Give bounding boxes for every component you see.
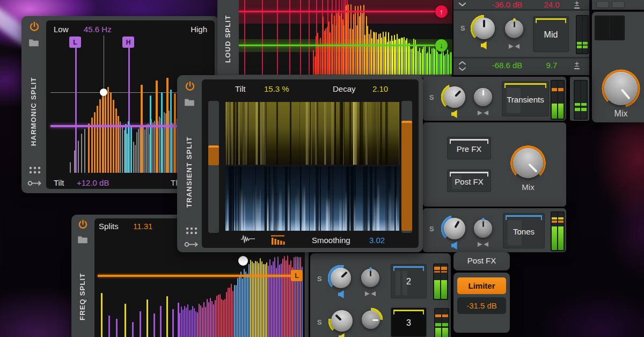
high-label: High bbox=[191, 25, 207, 34]
folder-icon[interactable] bbox=[77, 235, 88, 244]
speaker-icon-transients[interactable] bbox=[451, 110, 460, 118]
freq-low-flag[interactable]: L bbox=[291, 270, 303, 281]
high-flag[interactable]: H bbox=[122, 36, 134, 48]
histogram-mode-icon[interactable] bbox=[270, 235, 286, 245]
crosshair-handle[interactable] bbox=[100, 89, 107, 96]
waveform-mode-icon[interactable] bbox=[240, 234, 255, 245]
folder-icon[interactable] bbox=[28, 38, 39, 47]
pan-bowtie-icon bbox=[477, 241, 489, 247]
band-button-transients[interactable]: Transients bbox=[502, 81, 549, 116]
transient-split-device: TRANSIENT SPLIT Tilt 15.3 % Decay 2.10 S… bbox=[177, 75, 423, 252]
volume-knob-mid[interactable] bbox=[473, 18, 495, 39]
pan-knob-transients[interactable] bbox=[474, 88, 492, 106]
transient-tilt-value[interactable]: 15.3 % bbox=[264, 84, 289, 94]
splits-line[interactable] bbox=[98, 275, 302, 277]
header-button-2[interactable] bbox=[612, 1, 625, 8]
left-slider-handle[interactable] bbox=[208, 145, 219, 165]
mix-label: Mix bbox=[513, 182, 543, 192]
band-label-3: 3 bbox=[391, 318, 427, 328]
speaker-icon-tones[interactable] bbox=[451, 241, 460, 250]
output-mix-knob[interactable] bbox=[604, 72, 638, 105]
device-title-harmonic: HARMONIC SPLIT bbox=[29, 65, 38, 158]
loud-split-device: LOUD SPLIT ↑ ↓ bbox=[217, 0, 452, 78]
floor-value[interactable]: -68.6 dB bbox=[481, 61, 533, 70]
speaker-icon-band2[interactable] bbox=[338, 290, 347, 298]
splits-handle[interactable] bbox=[238, 256, 248, 266]
mix-knob[interactable] bbox=[513, 148, 543, 178]
low-value[interactable]: 45.6 Hz bbox=[84, 25, 112, 34]
loud-threshold-line[interactable] bbox=[239, 11, 445, 12]
band-button-3[interactable]: 3 bbox=[391, 307, 427, 337]
pan-bowtie-icon bbox=[477, 110, 489, 116]
splits-value[interactable]: 11.31 bbox=[133, 222, 152, 231]
output-header-row bbox=[592, 0, 644, 10]
pan-bowtie-icon bbox=[508, 43, 520, 49]
modulation-amount-icon[interactable]: ± bbox=[574, 60, 580, 69]
tones-band-row: S Tones bbox=[423, 208, 566, 252]
post-fx-label[interactable]: Post FX bbox=[453, 256, 510, 266]
solo-button-tones[interactable]: S bbox=[429, 225, 434, 233]
pan-knob-band3[interactable] bbox=[362, 311, 380, 329]
volume-knob-band2[interactable] bbox=[331, 268, 351, 288]
screenshot-root: HARMONIC SPLIT L H Low 45.6 Hz High Tilt… bbox=[0, 0, 644, 337]
loud-down-button[interactable]: ↓ bbox=[435, 39, 448, 52]
floor-amount[interactable]: 9.7 bbox=[538, 61, 565, 70]
power-icon[interactable] bbox=[77, 219, 89, 230]
limiter-button[interactable]: Limiter bbox=[457, 277, 506, 294]
transient-decay-label: Decay bbox=[333, 84, 356, 94]
grid-icon[interactable] bbox=[186, 227, 197, 235]
speaker-icon-band3[interactable] bbox=[339, 333, 348, 337]
left-slider-track[interactable] bbox=[208, 101, 219, 233]
low-flag[interactable]: L bbox=[69, 36, 81, 48]
modulation-amount-icon[interactable]: ± bbox=[574, 0, 580, 9]
band-label-transients: Transients bbox=[502, 95, 549, 104]
pan-bowtie-icon bbox=[364, 291, 376, 297]
chevron-down-icon[interactable] bbox=[458, 2, 466, 7]
tilt-label: Tilt bbox=[54, 178, 64, 188]
solo-button-mid[interactable]: S bbox=[460, 24, 465, 32]
band-button-mid[interactable]: Mid bbox=[533, 16, 569, 52]
loud-up-button[interactable]: ↑ bbox=[435, 5, 448, 18]
speaker-icon-mid[interactable] bbox=[481, 41, 490, 49]
threshold-value[interactable]: -36.0 dB bbox=[481, 0, 533, 10]
transients-meter-strip bbox=[570, 77, 589, 121]
key-mapping-icon[interactable] bbox=[184, 241, 199, 248]
right-slider-handle[interactable] bbox=[401, 121, 412, 231]
volume-knob-transients[interactable] bbox=[444, 86, 465, 108]
output-mix-label: Mix bbox=[604, 108, 638, 119]
post-fx-button[interactable]: Post FX bbox=[447, 170, 491, 192]
right-slider-track[interactable] bbox=[401, 101, 412, 233]
device-title-loud: LOUD SPLIT bbox=[223, 3, 232, 74]
solo-button-band2[interactable]: S bbox=[317, 275, 322, 283]
smoothing-value[interactable]: 3.02 bbox=[369, 236, 385, 245]
tilt-value[interactable]: +12.0 dB bbox=[77, 178, 109, 188]
transient-decay-value[interactable]: 2.10 bbox=[372, 84, 388, 94]
quiet-threshold-line[interactable] bbox=[239, 45, 445, 46]
power-icon[interactable] bbox=[184, 80, 196, 92]
volume-knob-band3[interactable] bbox=[331, 310, 353, 332]
header-button-1[interactable] bbox=[596, 1, 609, 8]
solo-button-band3[interactable]: S bbox=[317, 318, 322, 326]
folder-icon[interactable] bbox=[184, 98, 195, 106]
pan-knob-mid[interactable] bbox=[505, 20, 523, 38]
band-label-2: 2 bbox=[391, 277, 427, 287]
meter-transients-out bbox=[574, 80, 588, 120]
pan-knob-tones[interactable] bbox=[474, 219, 492, 238]
meter-transients bbox=[551, 80, 565, 120]
band-button-2[interactable]: 2 bbox=[391, 264, 427, 298]
limiter-panel: Limiter -31.5 dB bbox=[453, 273, 510, 333]
grid-icon[interactable] bbox=[29, 166, 41, 174]
power-icon[interactable] bbox=[28, 21, 40, 33]
transient-display: Tilt 15.3 % Decay 2.10 Smoothing 3.02 bbox=[202, 79, 419, 248]
stepper-updown-icon[interactable] bbox=[458, 61, 466, 71]
volume-knob-tones[interactable] bbox=[444, 218, 465, 239]
pre-fx-button[interactable]: Pre FX bbox=[447, 137, 491, 159]
band-button-tones[interactable]: Tones bbox=[503, 213, 545, 248]
pan-knob-band2[interactable] bbox=[361, 269, 379, 287]
limiter-ceiling-value[interactable]: -31.5 dB bbox=[457, 297, 506, 314]
meter-mid bbox=[576, 15, 589, 54]
threshold-amount[interactable]: 24.0 bbox=[538, 0, 565, 10]
loud-spectrum-display: ↑ ↓ bbox=[239, 0, 452, 75]
solo-button-transients[interactable]: S bbox=[429, 93, 434, 101]
key-mapping-icon[interactable] bbox=[27, 180, 42, 187]
